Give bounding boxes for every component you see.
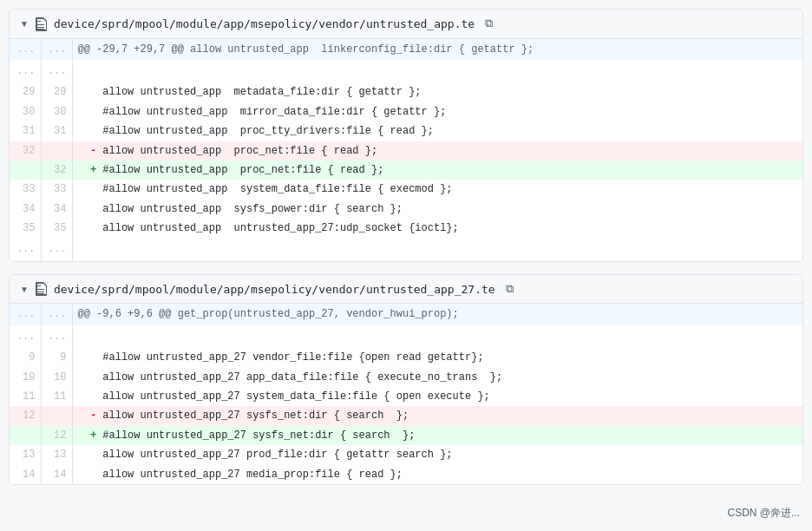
hunk-content: @@ -29,7 +29,7 @@ allow untrusted_app li…: [72, 39, 802, 60]
diff-header-2: ▼device/sprd/mpool/module/app/msepolicy/…: [10, 275, 802, 305]
copy-icon[interactable]: ⧉: [506, 282, 514, 296]
line-content: allow untrusted_app_27 system_data_file:…: [72, 387, 802, 406]
line-num-old: 14: [10, 465, 41, 484]
table-row: 3535 allow untrusted_app untrusted_app_2…: [10, 219, 802, 238]
table-row: 2929 allow untrusted_app metadata_file:d…: [10, 82, 802, 102]
hunk-row: ......@@ -9,6 +9,6 @@ get_prop(untrusted…: [10, 304, 802, 324]
line-content: - allow untrusted_app proc_net:file { re…: [72, 141, 802, 161]
line-content: #allow untrusted_app system_data_file:fi…: [72, 180, 802, 199]
diff-block-1: ▼device/sprd/mpool/module/app/msepolicy/…: [9, 9, 803, 262]
line-num-old: 10: [10, 368, 41, 387]
chevron-icon[interactable]: ▼: [20, 19, 29, 29]
table-row: 3333 #allow untrusted_app system_data_fi…: [10, 180, 802, 199]
line-num-new: 30: [41, 102, 72, 121]
line-num-old: [10, 161, 41, 180]
dots-num-old: ...: [10, 325, 41, 348]
hunk-content: @@ -9,6 +9,6 @@ get_prop(untrusted_app_2…: [72, 304, 802, 324]
line-content: allow untrusted_app untrusted_app_27:udp…: [72, 219, 802, 238]
file-path-2: device/sprd/mpool/module/app/msepolicy/v…: [54, 283, 495, 296]
line-content: #allow untrusted_app proc_tty_drivers:fi…: [72, 121, 802, 141]
line-num-new: 29: [41, 82, 72, 102]
chevron-icon[interactable]: ▼: [20, 285, 29, 294]
line-content: allow untrusted_app metadata_file:dir { …: [72, 82, 802, 102]
table-row: 3434 allow untrusted_app sysfs_power:dir…: [10, 200, 802, 219]
table-row: 12 + #allow untrusted_app_27 sysfs_net:d…: [10, 426, 802, 445]
line-num-new: 11: [41, 387, 72, 406]
table-row: 1010 allow untrusted_app_27 app_data_fil…: [10, 368, 802, 387]
line-num-new: 33: [41, 180, 72, 199]
table-row: 1111 allow untrusted_app_27 system_data_…: [10, 387, 802, 406]
line-num-new: 9: [41, 348, 72, 367]
line-content: #allow untrusted_app_27 vendor_file:file…: [72, 348, 802, 367]
line-num-new: 14: [41, 465, 72, 484]
file-icon: [36, 16, 47, 31]
table-row: ......: [10, 60, 802, 82]
line-num-old: 35: [10, 219, 41, 238]
line-content: + #allow untrusted_app proc_net:file { r…: [72, 161, 802, 180]
line-num-old: 30: [10, 102, 41, 121]
copy-icon[interactable]: ⧉: [485, 16, 493, 30]
line-num-new: 31: [41, 121, 72, 141]
table-row: 3030 #allow untrusted_app mirror_data_fi…: [10, 102, 802, 121]
dots-content: [72, 238, 802, 260]
line-num-old: 9: [10, 348, 41, 367]
dots-num-new: ...: [41, 238, 72, 260]
hunk-line-num-new: ...: [41, 304, 72, 324]
line-content: allow untrusted_app_27 app_data_file:fil…: [72, 368, 802, 387]
line-content: allow untrusted_app sysfs_power:dir { se…: [72, 200, 802, 219]
line-num-old: 33: [10, 180, 41, 199]
table-row: ......: [10, 325, 802, 348]
file-icon: [36, 282, 47, 297]
dots-content: [72, 325, 802, 348]
table-row: 99 #allow untrusted_app_27 vendor_file:f…: [10, 348, 802, 367]
line-num-new: [41, 406, 72, 425]
diff-header-1: ▼device/sprd/mpool/module/app/msepolicy/…: [10, 10, 802, 39]
line-num-old: 32: [10, 141, 41, 161]
table-row: 12 - allow untrusted_app_27 sysfs_net:di…: [10, 406, 802, 425]
line-num-old: [10, 426, 41, 445]
line-content: - allow untrusted_app_27 sysfs_net:dir {…: [72, 406, 802, 425]
table-row: 1313 allow untrusted_app_27 prod_file:di…: [10, 445, 802, 464]
line-num-new: 12: [41, 426, 72, 445]
line-num-old: 31: [10, 121, 41, 141]
line-num-new: 34: [41, 200, 72, 219]
table-row: 32 + #allow untrusted_app proc_net:file …: [10, 161, 802, 180]
line-num-old: 11: [10, 387, 41, 406]
line-content: + #allow untrusted_app_27 sysfs_net:dir …: [72, 426, 802, 445]
diff-table-1: ......@@ -29,7 +29,7 @@ allow untrusted_…: [10, 39, 802, 261]
line-content: allow untrusted_app_27 prod_file:dir { g…: [72, 445, 802, 464]
file-path-1: device/sprd/mpool/module/app/msepolicy/v…: [54, 17, 475, 30]
dots-num-new: ...: [41, 60, 72, 82]
hunk-row: ......@@ -29,7 +29,7 @@ allow untrusted_…: [10, 39, 802, 60]
table-row: 32 - allow untrusted_app proc_net:file {…: [10, 141, 802, 161]
table-row: ......: [10, 238, 802, 260]
line-num-old: 29: [10, 82, 41, 102]
hunk-line-num-old: ...: [10, 304, 41, 324]
table-row: 3131 #allow untrusted_app proc_tty_drive…: [10, 121, 802, 141]
line-content: #allow untrusted_app mirror_data_file:di…: [72, 102, 802, 121]
dots-num-new: ...: [41, 325, 72, 348]
line-content: allow untrusted_app_27 media_prop:file {…: [72, 465, 802, 484]
diff-table-2: ......@@ -9,6 +9,6 @@ get_prop(untrusted…: [10, 304, 802, 484]
dots-content: [72, 60, 802, 82]
line-num-new: 32: [41, 161, 72, 180]
table-row: 1414 allow untrusted_app_27 media_prop:f…: [10, 465, 802, 484]
line-num-old: 12: [10, 406, 41, 425]
hunk-line-num-new: ...: [41, 39, 72, 60]
dots-num-old: ...: [10, 60, 41, 82]
dots-num-old: ...: [10, 238, 41, 260]
diff-block-2: ▼device/sprd/mpool/module/app/msepolicy/…: [9, 274, 803, 485]
line-num-new: 10: [41, 368, 72, 387]
line-num-new: 35: [41, 219, 72, 238]
line-num-new: 13: [41, 445, 72, 464]
line-num-old: 13: [10, 445, 41, 464]
hunk-line-num-old: ...: [10, 39, 41, 60]
line-num-new: [41, 141, 72, 161]
line-num-old: 34: [10, 200, 41, 219]
